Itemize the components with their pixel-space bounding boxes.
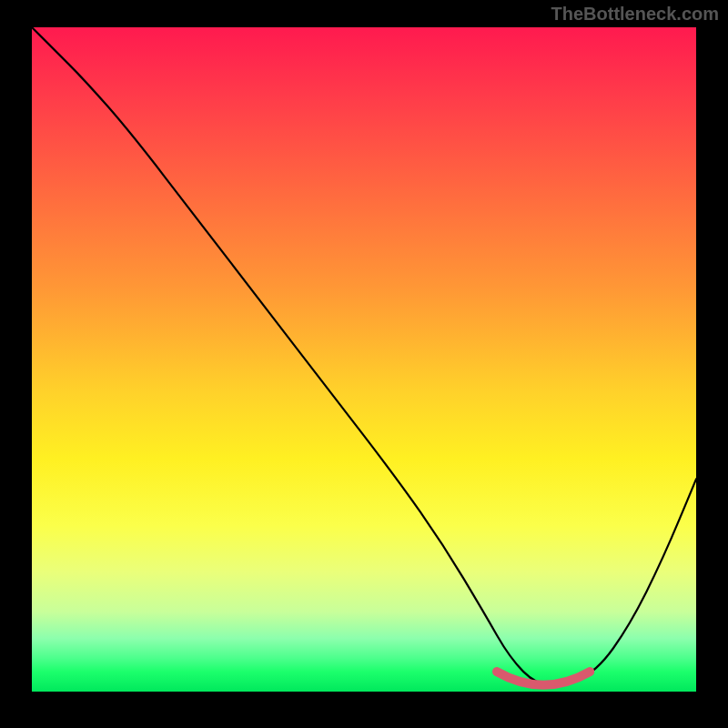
- chart-svg: [32, 27, 696, 692]
- watermark-text: TheBottleneck.com: [551, 4, 719, 25]
- bottleneck-curve-line: [32, 27, 696, 685]
- minimum-region-marker: [497, 672, 590, 685]
- chart-area: [32, 27, 696, 692]
